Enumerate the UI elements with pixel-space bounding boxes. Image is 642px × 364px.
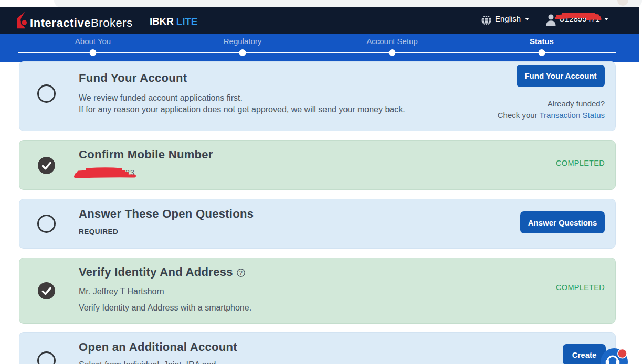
svg-text:?: ? [239, 270, 243, 276]
